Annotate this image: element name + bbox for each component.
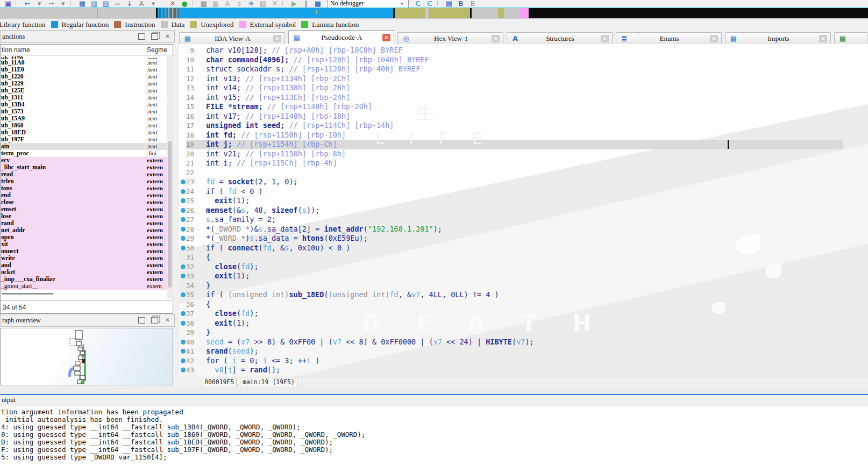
scrollbar-thumb[interactable] xyxy=(2,293,53,294)
forward-icon[interactable]: → xyxy=(45,0,57,8)
tab-pseudocode-a[interactable]: ▤Pseudocode-A✕ xyxy=(288,30,394,44)
code-line[interactable]: 18int fd; // [rsp+1150h] [rbp-10h] xyxy=(179,131,868,140)
chevron-down-icon[interactable]: ▾ xyxy=(401,1,408,6)
maximize-icon[interactable] xyxy=(138,33,145,40)
names-icon[interactable]: A xyxy=(136,0,147,8)
image-icon[interactable]: ▧ xyxy=(257,0,269,8)
pseudocode-view[interactable]: 生 L I F E D E A T H 9char v10[128]; // [… xyxy=(179,44,868,377)
column-function-name[interactable]: tion name xyxy=(2,46,30,54)
code-line[interactable]: 26memset(&s, 48, sizeof(s)); xyxy=(179,206,868,215)
function-row[interactable]: xitextern xyxy=(1,241,167,248)
text-view-icon[interactable]: ▥ xyxy=(88,0,100,8)
code-line[interactable]: 30if ( connect(fd, &s, 0x10u) < 0 ) xyxy=(179,243,868,253)
function-row[interactable]: closeextern xyxy=(1,199,167,206)
breakpoint-disabled-icon[interactable]: B xyxy=(467,0,479,8)
code-line[interactable]: 41srand(seed); xyxy=(179,347,868,356)
function-row[interactable]: andextern xyxy=(1,262,167,269)
function-row[interactable]: _libc_start_mainextern xyxy=(1,164,167,171)
graph-overview-titlebar[interactable]: raph overview ✕ xyxy=(0,314,175,327)
output-titlebar[interactable]: utput xyxy=(0,395,868,406)
function-row[interactable]: readextern xyxy=(1,171,167,178)
function-row[interactable]: _imp___cxa_finalizeextern xyxy=(1,276,167,283)
code-line[interactable]: 11struct sockaddr s; // [rsp+1120h] [rbp… xyxy=(179,64,868,74)
save-icon[interactable]: ▣ xyxy=(2,0,14,8)
function-row[interactable]: onnectextern xyxy=(1,248,167,255)
function-row[interactable]: term_proc.fini xyxy=(1,150,167,157)
breakpoint-list-icon[interactable]: ▤ xyxy=(443,0,455,8)
function-row[interactable]: trlenextern xyxy=(1,178,167,185)
code-line[interactable]: 12int v13; // [rsp+1134h] [rbp-2Ch] xyxy=(179,74,868,84)
tab-ida-view-a[interactable]: ▤IDA View-A✕ xyxy=(179,32,285,44)
analysis-indicator-icon[interactable]: ● xyxy=(179,0,190,8)
tab-enums[interactable]: ≣Enums✕ xyxy=(616,32,722,44)
function-row[interactable]: net_addrextern xyxy=(1,227,167,234)
code-line[interactable]: 35if ( (unsigned int)sub_18ED((unsigned … xyxy=(179,290,868,300)
code-line[interactable]: 21int i; // [rsp+115Ch] [rbp-4h] xyxy=(179,159,868,168)
code-line[interactable]: 13int v14; // [rsp+1138h] [rbp-28h] xyxy=(179,83,868,93)
function-row[interactable]: ub_125E.text xyxy=(1,87,167,94)
tab-close-icon[interactable]: ✕ xyxy=(710,35,718,42)
function-row[interactable]: ub_1573.text xyxy=(1,108,167,115)
code-line[interactable]: 28*(_DWORD *)&s.sa_data[2] = inet_addr("… xyxy=(179,225,868,234)
function-row[interactable]: ain.text xyxy=(1,143,167,150)
functions-horizontal-scrollbar[interactable] xyxy=(1,291,167,297)
float-icon[interactable] xyxy=(151,317,158,324)
function-row[interactable]: ub_1860.text xyxy=(1,122,167,129)
tab-hex-view-1[interactable]: ◎Hex View-1✕ xyxy=(397,32,503,44)
code-line[interactable]: 42for ( i = 0; i <= 3; ++i ) xyxy=(179,356,868,366)
tab-imports[interactable]: ▤Imports✕ xyxy=(725,32,831,44)
jump-down-icon[interactable]: ↓ xyxy=(124,0,136,8)
panel-splitter[interactable] xyxy=(175,30,179,394)
tab-partial[interactable]: ▤ xyxy=(834,32,867,44)
scrollbar-thumb[interactable] xyxy=(168,141,172,288)
code-line[interactable]: 17unsigned int seed; // [rsp+114Ch] [rbp… xyxy=(179,121,868,131)
close-view-icon[interactable]: ✕ xyxy=(269,0,281,8)
code-line[interactable]: 22 xyxy=(179,168,868,178)
code-line[interactable]: 33 exit(1); xyxy=(179,271,868,281)
close-icon[interactable]: ✕ xyxy=(164,317,171,324)
tab-close-icon[interactable]: ✕ xyxy=(273,35,281,42)
code-line[interactable]: 23fd = socket(2, 1, 0); xyxy=(179,177,868,187)
code-line[interactable]: 10char command[4096]; // [rsp+120h] [rbp… xyxy=(179,55,868,65)
function-row[interactable]: ub_197F.text xyxy=(1,136,167,143)
tab-close-icon[interactable]: ✕ xyxy=(601,35,609,42)
debug-stop-icon[interactable]: ■ xyxy=(312,0,324,8)
output-log[interactable]: tion argument information has been propa… xyxy=(0,406,868,467)
column-segment[interactable]: Segme xyxy=(147,46,167,54)
code-line[interactable]: 16int v17; // [rsp+1148h] [rbp-18h] xyxy=(179,112,868,121)
graph-overview-canvas[interactable] xyxy=(0,328,173,385)
ascii-icon[interactable]: A xyxy=(222,0,233,8)
maximize-icon[interactable] xyxy=(138,317,145,324)
tab-close-icon[interactable]: ✕ xyxy=(492,35,500,42)
code-line[interactable]: 36{ xyxy=(179,300,868,310)
function-row[interactable]: openextern xyxy=(1,234,167,241)
function-row[interactable]: loseextern xyxy=(1,213,167,220)
function-row[interactable]: ub_1311.text xyxy=(1,94,167,101)
forward-dropdown-icon[interactable]: ▾ xyxy=(57,0,69,8)
close-icon[interactable]: ✕ xyxy=(164,33,171,40)
quick-view-icon[interactable]: ▦ xyxy=(76,0,88,8)
names-dropdown-icon[interactable]: ▾ xyxy=(147,0,159,8)
back-icon[interactable]: ← xyxy=(22,0,33,8)
breakpoint-icon[interactable]: B xyxy=(455,0,467,8)
cancel-analysis-icon[interactable]: ✕ xyxy=(167,0,179,8)
function-row[interactable]: writeextern xyxy=(1,255,167,262)
tab-close-icon[interactable]: ✕ xyxy=(382,34,390,41)
snowflake-icon[interactable]: ✳ xyxy=(245,0,257,8)
function-row[interactable]: ecvextern xyxy=(1,157,167,164)
code-line[interactable]: 34} xyxy=(179,281,868,291)
string-icon[interactable]: s xyxy=(233,0,245,8)
code-line[interactable]: 43 v8[i] = rand(); xyxy=(179,365,868,375)
step-over-icon[interactable]: C xyxy=(424,0,436,8)
function-row[interactable]: ocketextern xyxy=(1,269,167,276)
function-row[interactable]: tonsextern xyxy=(1,185,167,192)
code-line[interactable]: 29*(_WORD *)s.sa_data = htons(0xE59Eu); xyxy=(179,234,868,243)
debug-pause-icon[interactable]: ∥ xyxy=(300,0,312,8)
float-icon[interactable] xyxy=(151,33,158,40)
code-line[interactable]: 14int v15; // [rsp+113Ch] [rbp-24h] xyxy=(179,93,868,103)
navigation-band[interactable]: ↓ xyxy=(0,8,868,19)
function-row[interactable]: ub_15A9.text xyxy=(1,115,167,122)
code-line[interactable]: 20int v21; // [rsp+1158h] [rbp-8h] xyxy=(179,149,868,159)
back-dropdown-icon[interactable]: ▾ xyxy=(33,0,45,8)
code-line[interactable]: 24if ( fd < 0 ) xyxy=(179,187,868,197)
